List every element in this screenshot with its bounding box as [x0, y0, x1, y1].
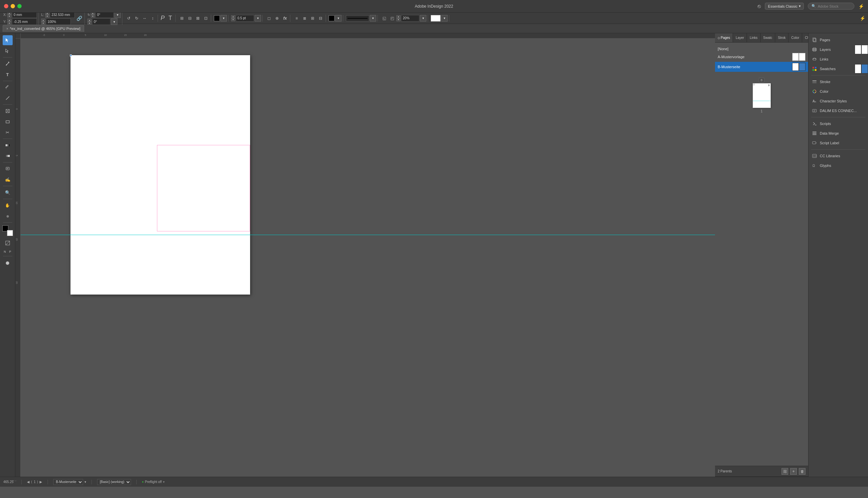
style-select[interactable]: [Basic] (working) — [97, 479, 131, 485]
next-spread-btn[interactable]: ⟩ — [37, 480, 38, 484]
lightning-icon[interactable]: ⚡ — [858, 4, 864, 9]
fx-btn[interactable]: fx — [281, 15, 289, 22]
opacity-input[interactable] — [401, 15, 419, 22]
fill-color-dropdown2[interactable]: ▾ — [441, 15, 448, 22]
essentials-layers[interactable]: Layers — [808, 45, 868, 54]
preflight-status[interactable]: ● Preflight off ▾ — [142, 480, 165, 484]
essentials-stroke[interactable]: Stroke — [808, 77, 868, 87]
page-name-select[interactable]: B-Musterseite — [53, 479, 83, 485]
close-button[interactable] — [4, 4, 8, 8]
spread-align1-btn[interactable]: ≡ — [293, 15, 300, 22]
opacity-btn[interactable]: ◻ — [265, 15, 273, 22]
maximize-button[interactable] — [17, 4, 22, 8]
h-input[interactable] — [46, 18, 71, 25]
selection-tool[interactable] — [3, 35, 13, 45]
opacity-mode2-btn[interactable]: ◰ — [388, 15, 396, 22]
scissors-tool[interactable]: ✂ — [3, 127, 13, 137]
type-tool[interactable]: T — [3, 69, 13, 79]
shear-dropdown[interactable]: ▾ — [111, 18, 117, 25]
gradient-swatch-tool[interactable] — [3, 140, 13, 150]
essentials-scripts[interactable]: Scripts — [808, 119, 868, 128]
essentials-cc-libraries[interactable]: CC CC Libraries — [808, 151, 868, 160]
transform-effects-btn[interactable]: ⊗ — [273, 15, 281, 22]
hand-tool[interactable]: ✋ — [3, 200, 13, 210]
essentials-links[interactable]: Links — [808, 54, 868, 64]
flip-h-btn[interactable]: ↔ — [141, 15, 148, 22]
h-up[interactable]: ▲ — [41, 18, 45, 22]
prev-spread-btn[interactable]: ⟨ — [31, 480, 32, 484]
distribute-v-btn[interactable]: ⊡ — [202, 15, 209, 22]
flip-v-btn[interactable]: ↕ — [149, 15, 156, 22]
line-tool[interactable] — [3, 93, 13, 103]
eyedropper-tool[interactable]: ✍ — [3, 174, 13, 184]
pencil-tool[interactable] — [3, 82, 13, 92]
tab-layer[interactable]: Layer — [733, 33, 747, 42]
normal-view-btn[interactable]: N — [3, 249, 7, 254]
essentials-pages[interactable]: Pages — [808, 35, 868, 44]
lock-proportions-icon[interactable]: 🔗 — [76, 16, 83, 21]
stroke-style-display[interactable] — [346, 15, 369, 21]
tab-swatches[interactable]: Swatc — [761, 33, 775, 42]
note-tool[interactable] — [3, 164, 13, 174]
opacity-mode-btn[interactable]: ◱ — [380, 15, 388, 22]
spread-align4-btn[interactable]: ⊟ — [317, 15, 324, 22]
spread-align3-btn[interactable]: ⊞ — [309, 15, 316, 22]
thumb-image[interactable]: B — [753, 83, 771, 108]
essentials-script-label[interactable]: Script Label — [808, 138, 868, 148]
essentials-glyphs[interactable]: Ω Glyphs — [808, 161, 868, 170]
align-center-btn[interactable]: ⊟ — [186, 15, 194, 22]
share-icon[interactable]: ⎋ — [757, 3, 761, 9]
footer-new-btn[interactable]: + — [790, 468, 797, 475]
stroke-unit-dropdown[interactable]: ▾ — [255, 15, 261, 22]
spread-align2-btn[interactable]: ≣ — [301, 15, 308, 22]
distribute-h-btn[interactable]: ⊠ — [194, 15, 202, 22]
stroke-weight-input[interactable] — [236, 15, 254, 22]
minimize-button[interactable] — [11, 4, 15, 8]
document-tab[interactable]: × *ex_ind_converted @ 465% [GPU Preview] — [3, 25, 84, 32]
rotate-90-btn[interactable]: ↺ — [125, 15, 132, 22]
opacity-dropdown[interactable]: ▾ — [420, 15, 426, 22]
essentials-data-merge[interactable]: Data Merge — [808, 129, 868, 138]
footer-link-btn[interactable]: ⛓ — [781, 468, 788, 475]
x-down[interactable]: ▼ — [7, 15, 11, 18]
fill-none-box[interactable] — [3, 238, 13, 248]
background-color[interactable] — [7, 230, 13, 236]
stroke-color-swatch[interactable] — [328, 15, 335, 21]
prev-page-btn[interactable]: ◀ — [27, 480, 30, 484]
misc-tool[interactable]: ⊕ — [3, 211, 13, 221]
next-page-btn[interactable]: ▶ — [40, 480, 42, 484]
stroke-color-dropdown[interactable]: ▾ — [335, 15, 341, 22]
workspace-selector[interactable]: Essentials Classic ▾ — [765, 3, 804, 10]
rotate-90-cw-btn[interactable]: ↻ — [133, 15, 140, 22]
essentials-char-styles[interactable]: Aa Character Styles — [808, 96, 868, 106]
quick-apply-btn[interactable]: ⚡ — [859, 15, 866, 22]
canvas-area[interactable]: -5 0 5 10 15 20 0 5 10 15 20 — [15, 33, 715, 477]
essentials-swatches[interactable]: Swatches — [808, 64, 868, 74]
gradient-feather-tool[interactable] — [3, 151, 13, 161]
tab-char[interactable]: Char — [802, 33, 808, 42]
stroke-style-dropdown[interactable]: ▾ — [370, 15, 376, 22]
w-down[interactable]: ▼ — [45, 15, 49, 18]
essentials-dalim[interactable]: DALIM ES CONNEC... — [808, 106, 868, 115]
placeholder-btn[interactable]: T — [167, 15, 174, 22]
tab-links[interactable]: Links — [747, 33, 760, 42]
page-none-item[interactable]: [None] — [715, 46, 808, 52]
search-box[interactable]: 🔍 Adobe Stock — [808, 3, 854, 10]
essentials-color[interactable]: Color — [808, 87, 868, 96]
h-down[interactable]: ▼ — [41, 22, 45, 25]
preview-view-btn[interactable]: P — [8, 249, 13, 254]
pen-tool[interactable] — [3, 59, 13, 69]
page-master-a[interactable]: A-Mustervorlage — [715, 52, 808, 62]
y-input[interactable] — [12, 18, 37, 25]
page-name-status[interactable]: B-Musterseite ▾ — [53, 479, 86, 485]
direct-selection-tool[interactable] — [3, 46, 13, 56]
tab-close-icon[interactable]: × — [6, 27, 8, 30]
footer-delete-btn[interactable]: 🗑 — [799, 468, 805, 475]
y-down[interactable]: ▼ — [7, 22, 11, 25]
tab-stroke[interactable]: Strok — [775, 33, 789, 42]
color-dropdown[interactable]: ▾ — [220, 15, 227, 22]
rectangle-tool[interactable] — [3, 117, 13, 127]
fill-color-white-swatch[interactable] — [431, 15, 441, 22]
page-master-b[interactable]: B-Musterseite — [715, 62, 808, 72]
frame-tool[interactable] — [3, 106, 13, 116]
